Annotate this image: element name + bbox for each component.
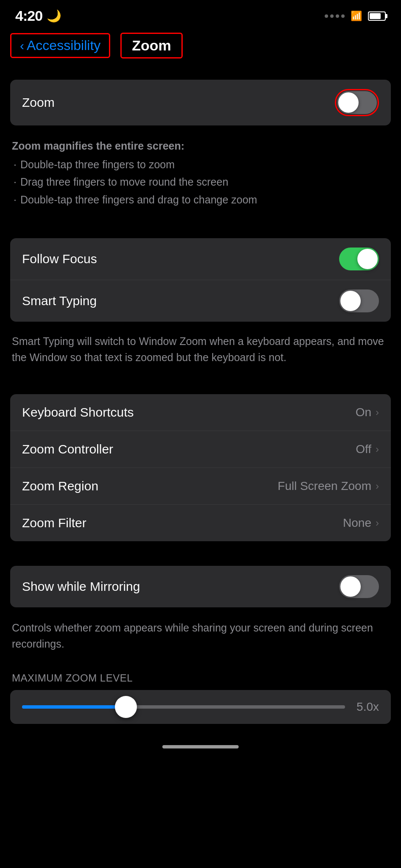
moon-icon: 🌙 bbox=[47, 9, 61, 23]
smart-typing-thumb bbox=[340, 291, 361, 311]
time-display: 4:20 bbox=[15, 8, 42, 24]
zoom-desc-item-3: Double-tap three fingers and drag to cha… bbox=[12, 192, 389, 208]
focus-section: Follow Focus Smart Typing bbox=[10, 238, 391, 322]
back-label: Accessibility bbox=[27, 38, 100, 53]
zoom-toggle-section: Zoom bbox=[10, 80, 391, 125]
zoom-description: Zoom magnifies the entire screen: Double… bbox=[0, 131, 401, 220]
keyboard-shortcuts-chevron: › bbox=[376, 406, 379, 418]
zoom-desc-item-1: Double-tap three fingers to zoom bbox=[12, 157, 389, 173]
zoom-filter-row[interactable]: Zoom Filter None › bbox=[10, 505, 391, 541]
back-button[interactable]: ‹ Accessibility bbox=[10, 33, 110, 58]
home-indicator bbox=[0, 737, 401, 755]
mirroring-description: Controls whether zoom appears while shar… bbox=[0, 613, 401, 662]
zoom-controller-row[interactable]: Zoom Controller Off › bbox=[10, 431, 391, 468]
follow-focus-row: Follow Focus bbox=[10, 238, 391, 280]
zoom-region-value: Full Screen Zoom bbox=[278, 479, 371, 493]
zoom-description-heading: Zoom magnifies the entire screen: bbox=[12, 140, 184, 152]
zoom-toggle-thumb bbox=[338, 92, 359, 113]
zoom-region-row[interactable]: Zoom Region Full Screen Zoom › bbox=[10, 468, 391, 505]
smart-typing-toggle[interactable] bbox=[339, 289, 379, 312]
wifi-icon: 📶 bbox=[351, 11, 362, 22]
smart-typing-description: Smart Typing will switch to Window Zoom … bbox=[0, 328, 401, 376]
mirroring-label: Show while Mirroring bbox=[22, 579, 140, 594]
keyboard-shortcuts-value: On bbox=[356, 406, 371, 419]
page-title: Zoom bbox=[120, 33, 183, 58]
keyboard-shortcuts-label: Keyboard Shortcuts bbox=[22, 405, 134, 420]
chevron-left-icon: ‹ bbox=[20, 39, 24, 53]
mirroring-row: Show while Mirroring bbox=[10, 566, 391, 607]
zoom-controller-label: Zoom Controller bbox=[22, 442, 113, 456]
slider-fill bbox=[22, 705, 119, 709]
zoom-row: Zoom bbox=[10, 80, 391, 125]
follow-focus-thumb bbox=[357, 249, 378, 269]
signal-dots bbox=[325, 14, 345, 18]
signal-dot-4 bbox=[341, 14, 345, 18]
zoom-controller-chevron: › bbox=[376, 443, 379, 455]
status-right: 📶 bbox=[325, 11, 386, 22]
zoom-desc-item-2: Drag three fingers to move round the scr… bbox=[12, 174, 389, 190]
zoom-toggle[interactable] bbox=[337, 91, 377, 114]
signal-dot-2 bbox=[330, 14, 334, 18]
follow-focus-label: Follow Focus bbox=[22, 252, 97, 266]
zoom-level-slider-section: 5.0x bbox=[10, 690, 391, 724]
zoom-region-chevron: › bbox=[376, 480, 379, 492]
signal-dot-3 bbox=[336, 14, 339, 18]
mirroring-thumb bbox=[340, 576, 361, 597]
follow-focus-toggle[interactable] bbox=[339, 248, 379, 270]
max-zoom-label: MAXIMUM ZOOM LEVEL bbox=[0, 662, 401, 688]
zoom-controller-right: Off › bbox=[356, 442, 379, 456]
slider-thumb[interactable] bbox=[115, 696, 137, 718]
status-bar: 4:20 🌙 📶 bbox=[0, 0, 401, 28]
battery-fill bbox=[370, 13, 381, 19]
zoom-toggle-wrapper bbox=[335, 89, 379, 116]
zoom-filter-right: None › bbox=[343, 516, 379, 530]
zoom-filter-value: None bbox=[343, 516, 371, 530]
smart-typing-row: Smart Typing bbox=[10, 280, 391, 322]
zoom-region-label: Zoom Region bbox=[22, 479, 98, 493]
keyboard-shortcuts-row[interactable]: Keyboard Shortcuts On › bbox=[10, 394, 391, 431]
keyboard-shortcuts-right: On › bbox=[356, 406, 379, 419]
smart-typing-label: Smart Typing bbox=[22, 294, 97, 308]
zoom-label: Zoom bbox=[22, 95, 55, 110]
zoom-filter-chevron: › bbox=[376, 517, 379, 529]
home-bar bbox=[162, 745, 239, 748]
nav-bar: ‹ Accessibility Zoom bbox=[0, 28, 401, 67]
zoom-description-list: Double-tap three fingers to zoom Drag th… bbox=[12, 157, 389, 208]
zoom-region-right: Full Screen Zoom › bbox=[278, 479, 379, 493]
mirroring-section: Show while Mirroring bbox=[10, 566, 391, 607]
signal-dot-1 bbox=[325, 14, 328, 18]
slider-track[interactable] bbox=[22, 705, 345, 709]
battery-icon bbox=[368, 11, 386, 21]
status-time: 4:20 🌙 bbox=[15, 8, 61, 24]
zoom-filter-label: Zoom Filter bbox=[22, 516, 86, 530]
zoom-controller-value: Off bbox=[356, 442, 371, 456]
slider-value: 5.0x bbox=[354, 700, 379, 714]
options-section: Keyboard Shortcuts On › Zoom Controller … bbox=[10, 394, 391, 541]
mirroring-toggle[interactable] bbox=[339, 575, 379, 598]
